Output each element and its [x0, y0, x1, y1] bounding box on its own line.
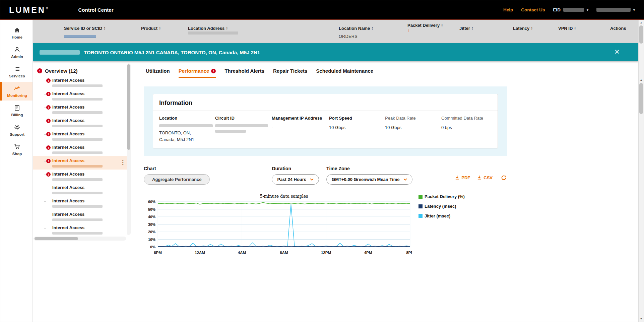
sort-icon[interactable]: ▲▼: [531, 27, 533, 30]
location-address-redacted: [188, 31, 238, 35]
alert-icon: !: [211, 69, 216, 73]
column-header-location-address[interactable]: Location Address▲▼: [188, 26, 228, 31]
tree-item-internet-access[interactable]: !Internet Access: [33, 76, 131, 89]
window-scrollbar[interactable]: ▲ ▲ ▼: [638, 20, 644, 322]
tree-item-internet-access[interactable]: !Internet Access⋮: [33, 156, 131, 170]
tree-item-id-redacted: [52, 151, 103, 154]
service-id-link-redacted[interactable]: [64, 35, 96, 38]
sort-icon[interactable]: ▲▼: [471, 27, 473, 30]
app-title: Control Center: [78, 7, 114, 13]
tab-label: Repair Tickets: [273, 68, 307, 74]
aggregate-performance-button[interactable]: Aggregate Performance: [144, 174, 210, 185]
sidebar-item-label: Monitoring: [7, 93, 27, 98]
tab-label: Scheduled Maintenance: [316, 68, 373, 74]
tab-utilization[interactable]: Utilization: [146, 68, 170, 78]
sidebar-item-support[interactable]: Support: [0, 121, 33, 139]
column-header-jitter[interactable]: Jitter▲▼: [459, 26, 473, 31]
alert-icon: !: [46, 78, 51, 83]
eid-selector[interactable]: EID ▾: [553, 7, 588, 12]
contact-us-link[interactable]: Contact Us: [521, 7, 545, 12]
download-pdf-button[interactable]: PDF: [455, 175, 470, 181]
scrollbar-thumb[interactable]: [127, 64, 130, 150]
svg-text:8PM: 8PM: [406, 251, 412, 255]
tab-scheduled-maintenance[interactable]: Scheduled Maintenance: [316, 68, 373, 78]
scrollbar-thumb[interactable]: [35, 237, 78, 240]
sort-icon[interactable]: ▲▼: [226, 27, 228, 30]
sidebar-item-label: Shop: [12, 152, 22, 156]
sort-icon[interactable]: ▲▼: [441, 24, 443, 27]
sidebar-item-home[interactable]: Home: [0, 23, 33, 42]
account-selector[interactable]: ▾: [596, 8, 635, 12]
scroll-up-icon[interactable]: ▲: [639, 21, 644, 24]
sort-icon[interactable]: ▲▼: [574, 27, 576, 30]
timezone-control: Time Zone GMT+0.00 Greenwich Mean Time: [326, 166, 412, 185]
tree-item-internet-access[interactable]: !Internet Access: [33, 103, 131, 116]
help-link[interactable]: Help: [503, 7, 513, 12]
svg-text:4AM: 4AM: [238, 251, 246, 255]
svg-text:4PM: 4PM: [364, 251, 372, 255]
tree-item-label: Internet Access: [52, 198, 128, 203]
tab-threshold-alerts[interactable]: Threshold Alerts: [224, 68, 264, 78]
tree-item-id-redacted: [52, 138, 103, 141]
banner-location-text: TORONTO ONTARIO M5J 2N1 CANADA, TORONTO,…: [84, 50, 260, 55]
sort-ascending-icon: ↑: [407, 28, 410, 32]
tree-item-internet-access[interactable]: Internet Access: [33, 196, 131, 210]
timezone-dropdown[interactable]: GMT+0.00 Greenwich Mean Time: [326, 174, 412, 185]
tree-vertical-scrollbar[interactable]: [127, 63, 131, 235]
tree-item-internet-access[interactable]: !Internet Access: [33, 116, 131, 129]
chevron-down-icon: [403, 178, 407, 181]
tree-item-internet-access[interactable]: !Internet Access: [33, 170, 131, 183]
scrollbar-thumb[interactable]: [639, 25, 643, 44]
scroll-up-icon[interactable]: ▲: [639, 78, 644, 81]
tree-item-internet-access[interactable]: Internet Access: [33, 223, 131, 237]
column-header-packet-delivery[interactable]: Packet Delivery▲▼↑: [407, 23, 443, 32]
sidebar-item-billing[interactable]: Billing: [0, 101, 33, 120]
tab-label: Threshold Alerts: [224, 68, 264, 74]
tree-item-internet-access[interactable]: !Internet Access: [33, 89, 131, 103]
close-icon[interactable]: ×: [615, 47, 620, 57]
redacted-value: [215, 124, 268, 127]
column-header-location-name[interactable]: Location Name▲▼: [339, 26, 373, 31]
kebab-menu-icon[interactable]: ⋮: [120, 159, 126, 166]
location-name-cell: ORDERS: [339, 34, 358, 39]
tree-item-internet-access[interactable]: !Internet Access: [33, 143, 131, 156]
scroll-down-icon[interactable]: ▼: [639, 317, 644, 320]
column-header-product[interactable]: Product▲▼: [141, 26, 161, 31]
tree-item-id-redacted: [52, 178, 103, 181]
download-csv-button[interactable]: CSV: [477, 175, 493, 181]
tab-performance[interactable]: Performance!: [179, 68, 216, 78]
column-header-latency[interactable]: Latency▲▼: [513, 26, 533, 31]
refresh-icon[interactable]: [501, 175, 507, 181]
tree-item-internet-access[interactable]: Internet Access: [33, 183, 131, 196]
field-label-port-speed: Port Speed: [329, 116, 385, 121]
alert-icon: !: [46, 119, 51, 123]
column-header-service-id-or-scid[interactable]: Service ID or SCID▲▼: [64, 26, 106, 31]
account-value-redacted: [596, 8, 631, 12]
legend-item-jitter-msec-: Jitter (msec): [418, 213, 465, 218]
svg-text:40%: 40%: [148, 215, 155, 219]
svg-text:10%: 10%: [148, 238, 155, 242]
tree-item-label: Internet Access: [52, 212, 128, 217]
tree-item-internet-access[interactable]: Internet Access: [33, 210, 131, 223]
sort-icon[interactable]: ▲▼: [371, 27, 373, 30]
sidebar-item-services[interactable]: Services: [0, 62, 33, 81]
duration-dropdown[interactable]: Past 24 Hours: [272, 174, 319, 185]
tree-horizontal-scrollbar[interactable]: [34, 237, 126, 241]
tab-repair-tickets[interactable]: Repair Tickets: [273, 68, 307, 78]
sort-icon[interactable]: ▲▼: [159, 27, 161, 30]
detail-tabs: UtilizationPerformance!Threshold AlertsR…: [131, 61, 638, 78]
lumen-logo[interactable]: LUMEN®: [9, 5, 48, 15]
sort-icon[interactable]: ▲▼: [104, 27, 106, 30]
scrollbar-thumb[interactable]: [639, 83, 643, 114]
information-title: Information: [159, 100, 492, 107]
svg-text:20%: 20%: [148, 230, 155, 234]
sidebar-item-monitoring[interactable]: Monitoring: [0, 82, 33, 101]
tree-item-internet-access[interactable]: !Internet Access: [33, 129, 131, 143]
sidebar-item-shop[interactable]: Shop: [0, 140, 33, 159]
support-icon: [14, 124, 20, 131]
sidebar-item-label: Support: [10, 132, 24, 136]
sidebar-item-admin[interactable]: Admin: [0, 43, 33, 62]
alert-icon: !: [46, 105, 51, 110]
field-label-location: Location: [159, 116, 215, 121]
column-header-vpn-id[interactable]: VPN ID▲▼: [558, 26, 576, 31]
